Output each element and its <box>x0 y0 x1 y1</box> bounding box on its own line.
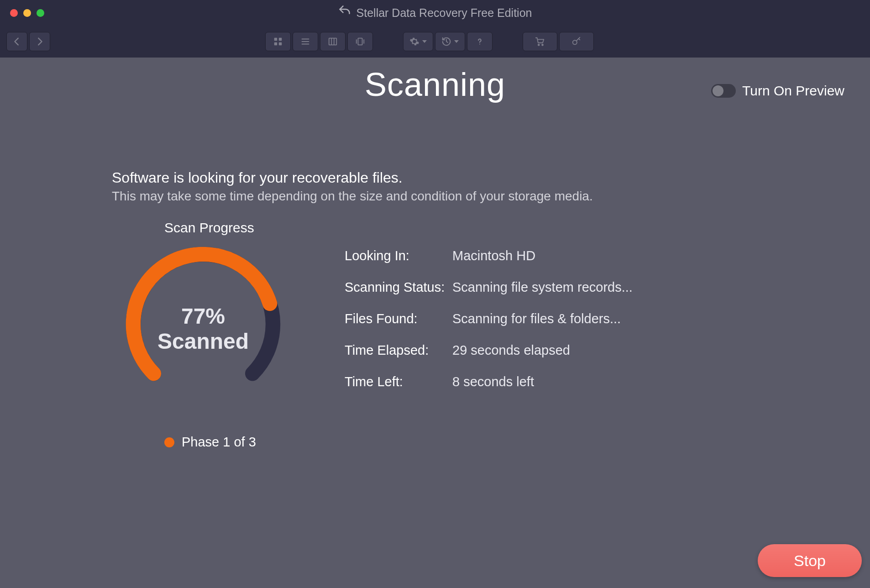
phase-row: Phase 1 of 3 <box>164 435 304 450</box>
scan-details: Looking In: Macintosh HD Scanning Status… <box>345 248 633 450</box>
buy-button[interactable] <box>523 32 557 51</box>
view-columns-button[interactable] <box>320 32 346 51</box>
scan-info: Software is looking for your recoverable… <box>112 169 870 204</box>
view-grid-button[interactable] <box>265 32 291 51</box>
chevron-down-icon <box>422 40 427 43</box>
view-gallery-button[interactable] <box>347 32 373 51</box>
content-area: Scanning Turn On Preview Software is loo… <box>0 66 870 450</box>
detail-scanning-status: Scanning Status: Scanning file system re… <box>345 280 633 295</box>
phase-text: Phase 1 of 3 <box>182 435 256 450</box>
svg-rect-3 <box>279 42 282 45</box>
progress-column: Scan Progress 77% Scanned Phase 1 of 3 <box>112 220 304 450</box>
detail-time-left: Time Left: 8 seconds left <box>345 374 633 389</box>
toggle-knob <box>713 85 723 96</box>
toolbar <box>0 26 870 58</box>
preview-toggle-label: Turn On Preview <box>742 83 844 99</box>
nav-back-button[interactable] <box>6 32 27 51</box>
view-list-button[interactable] <box>293 32 318 51</box>
help-button[interactable] <box>467 32 493 51</box>
close-window-button[interactable] <box>10 9 18 17</box>
preview-toggle[interactable] <box>711 84 736 98</box>
detail-value: Scanning file system records... <box>452 280 633 295</box>
titlebar: Stellar Data Recovery Free Edition <box>0 0 870 26</box>
detail-value: 29 seconds elapsed <box>452 343 570 358</box>
nav-forward-button[interactable] <box>29 32 50 51</box>
stop-button[interactable]: Stop <box>758 544 862 577</box>
detail-key: Looking In: <box>345 248 452 263</box>
detail-key: Files Found: <box>345 311 452 326</box>
detail-looking-in: Looking In: Macintosh HD <box>345 248 633 263</box>
stop-button-label: Stop <box>794 552 826 570</box>
progress-scanned-label: Scanned <box>112 329 294 354</box>
phase-dot-icon <box>164 437 174 447</box>
undo-icon[interactable] <box>338 5 351 21</box>
progress-percent: 77% <box>112 304 294 329</box>
settings-button[interactable] <box>403 32 433 51</box>
svg-rect-10 <box>358 38 362 45</box>
detail-key: Time Left: <box>345 374 452 389</box>
preview-toggle-row: Turn On Preview <box>711 83 844 99</box>
detail-value: 8 seconds left <box>452 374 534 389</box>
detail-key: Scanning Status: <box>345 280 452 295</box>
svg-point-13 <box>479 43 480 44</box>
detail-value: Macintosh HD <box>452 248 535 263</box>
activate-button[interactable] <box>559 32 594 51</box>
window-title: Stellar Data Recovery Free Edition <box>356 6 532 20</box>
detail-value: Scanning for files & folders... <box>452 311 621 326</box>
scan-info-headline: Software is looking for your recoverable… <box>112 169 870 186</box>
window-controls <box>10 9 44 17</box>
svg-rect-7 <box>329 38 337 45</box>
svg-rect-0 <box>274 38 277 41</box>
scan-progress-label: Scan Progress <box>164 220 304 236</box>
chevron-down-icon <box>454 40 459 43</box>
detail-files-found: Files Found: Scanning for files & folder… <box>345 311 633 326</box>
progress-ring: 77% Scanned <box>112 242 294 406</box>
svg-rect-1 <box>279 38 282 41</box>
scan-info-sub: This may take some time depending on the… <box>112 189 870 204</box>
svg-point-14 <box>538 44 540 46</box>
zoom-window-button[interactable] <box>37 9 44 17</box>
svg-point-15 <box>542 44 543 46</box>
history-button[interactable] <box>435 32 465 51</box>
minimize-window-button[interactable] <box>23 9 31 17</box>
svg-rect-2 <box>274 42 277 45</box>
detail-time-elapsed: Time Elapsed: 29 seconds elapsed <box>345 343 633 358</box>
detail-key: Time Elapsed: <box>345 343 452 358</box>
